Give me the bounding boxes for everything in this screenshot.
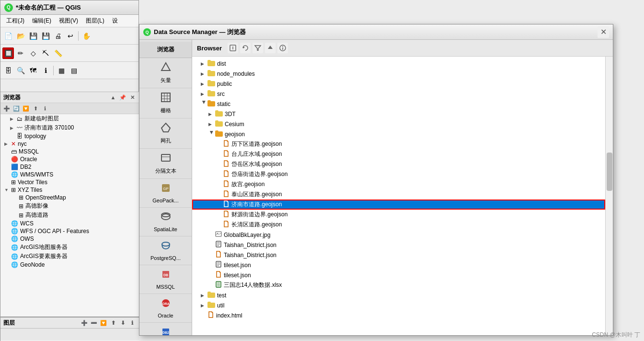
tree-item-geonode[interactable]: 🌐 GeoNode bbox=[0, 261, 139, 269]
file-item-taishan-district-1[interactable]: Taishan_District.json bbox=[192, 240, 605, 250]
file-item-static[interactable]: ▶ static bbox=[192, 99, 605, 109]
tree-item-xyz[interactable]: ▼ ⊞ XYZ Tiles bbox=[0, 186, 139, 194]
layers-up-icon[interactable]: ⬆ bbox=[109, 318, 117, 327]
browser-up-icon[interactable]: ⬆ bbox=[31, 104, 40, 113]
menu-layer[interactable]: 图层(L) bbox=[82, 16, 108, 26]
layers-add-icon[interactable]: ➕ bbox=[80, 318, 89, 327]
tree-item-jinan[interactable]: ▶ 〰 济南市道路 370100 bbox=[0, 123, 139, 132]
toolbar-dig[interactable]: ⛏ bbox=[40, 47, 51, 59]
sidebar-tab-spatialite[interactable]: SpatiaLite bbox=[139, 208, 192, 236]
toolbar-node[interactable]: ◇ bbox=[27, 47, 39, 59]
tree-item-new-layer[interactable]: ▶ 🗂 新建临时图层 bbox=[0, 114, 139, 123]
toolbar-zoom[interactable]: 🔍 bbox=[15, 65, 26, 76]
sidebar-tab-db2[interactable]: DB2 DB2 bbox=[139, 323, 192, 335]
sidebar-tab-geopackage[interactable]: GP GeoPack... bbox=[139, 179, 192, 208]
file-item-lixia[interactable]: 历下区道路.geojson bbox=[192, 139, 605, 149]
tree-item-gaode-img[interactable]: ⊞ 高德影像 bbox=[0, 201, 139, 211]
toolbar-measure[interactable]: 📏 bbox=[52, 47, 64, 59]
file-item-jinan-road[interactable]: 济南市道路.geojson bbox=[192, 200, 605, 210]
file-item-taierzhuang[interactable]: 台儿庄水域.geojson bbox=[192, 149, 605, 159]
content-up-btn[interactable] bbox=[265, 43, 276, 53]
browser-pin[interactable]: 📌 bbox=[118, 93, 127, 102]
tree-item-wcs[interactable]: 🌐 WCS bbox=[0, 220, 139, 227]
toolbar-save-as[interactable]: 💾 bbox=[40, 30, 51, 42]
file-item-globalbk[interactable]: GlobalBkLayer.jpg bbox=[192, 230, 605, 240]
tree-item-oracle[interactable]: 🔴 Oracle bbox=[0, 155, 139, 163]
layers-info-icon[interactable]: ℹ bbox=[128, 318, 137, 327]
tree-item-osm[interactable]: ⊞ OpenStreetMap bbox=[0, 194, 139, 201]
toolbar-undo[interactable]: ↩ bbox=[65, 30, 76, 42]
toolbar-extra1[interactable]: ▦ bbox=[56, 65, 67, 76]
toolbar-edit[interactable]: ✏ bbox=[15, 47, 26, 59]
browser-filter-icon[interactable]: 🔽 bbox=[22, 104, 30, 113]
file-item-public[interactable]: ▶ public bbox=[192, 79, 605, 89]
sidebar-tab-raster[interactable]: 栅格 bbox=[139, 88, 192, 118]
layers-down-icon[interactable]: ⬇ bbox=[118, 318, 127, 327]
content-add-btn[interactable] bbox=[228, 43, 238, 53]
file-item-changqing[interactable]: 长清区道路.geojson bbox=[192, 220, 605, 230]
sidebar-tab-oracle[interactable]: ORA Oracle bbox=[139, 294, 192, 323]
tree-item-arcgis-feature[interactable]: 🌐 ArcGIS要素服务器 bbox=[0, 252, 139, 261]
toolbar-pan[interactable]: ✋ bbox=[80, 30, 92, 42]
tree-item-topology[interactable]: 🗄 topology bbox=[0, 132, 139, 140]
file-item-daimiao[interactable]: 岱庙街道边界.geojson bbox=[192, 169, 605, 179]
browser-close[interactable]: ✕ bbox=[128, 93, 137, 102]
toolbar-select[interactable]: 🔲 bbox=[2, 47, 14, 59]
file-item-3dt[interactable]: ▶ 3DT bbox=[192, 109, 605, 119]
tree-item-vector-tiles[interactable]: ⊞ Vector Tiles bbox=[0, 178, 139, 186]
content-info-btn[interactable] bbox=[277, 43, 288, 53]
tree-item-arcgis-map[interactable]: 🌐 ArcGIS地图服务器 bbox=[0, 243, 139, 252]
file-item-test[interactable]: ▶ test bbox=[192, 290, 605, 300]
browser-info-icon[interactable]: ℹ bbox=[41, 104, 49, 113]
content-filter-btn[interactable] bbox=[253, 43, 263, 53]
content-refresh-btn[interactable] bbox=[240, 43, 251, 53]
toolbar-new[interactable]: 📄 bbox=[2, 30, 14, 42]
toolbar-extra2[interactable]: ▤ bbox=[68, 65, 80, 76]
file-item-gugong[interactable]: 故宫.geojson bbox=[192, 179, 605, 189]
sidebar-tab-mesh[interactable]: 网孔 bbox=[139, 118, 192, 149]
file-item-cesium[interactable]: ▶ Cesium bbox=[192, 119, 605, 129]
file-item-daiyue[interactable]: 岱岳区水域.geojson bbox=[192, 159, 605, 169]
file-item-tileset-2[interactable]: tileset.json bbox=[192, 270, 605, 280]
browser-refresh-icon[interactable]: 🔄 bbox=[12, 104, 21, 113]
menu-more[interactable]: 设 bbox=[108, 16, 122, 26]
file-item-index-html[interactable]: index.html bbox=[192, 310, 605, 320]
file-item-taishan-district-2[interactable]: Taishan_District.json bbox=[192, 250, 605, 260]
dialog-close-button[interactable]: ✕ bbox=[598, 26, 609, 38]
toolbar-save[interactable]: 💾 bbox=[27, 30, 39, 42]
file-item-src[interactable]: ▶ src bbox=[192, 89, 605, 99]
browser-add-icon[interactable]: ➕ bbox=[2, 104, 11, 113]
scrollbar-thumb[interactable] bbox=[607, 153, 612, 191]
sidebar-tab-delimited[interactable]: 分隔文本 bbox=[139, 149, 192, 179]
menu-project[interactable]: 工程(J) bbox=[2, 16, 28, 26]
file-browser-scrollbar[interactable] bbox=[605, 57, 613, 335]
browser-collapse[interactable]: ▲ bbox=[109, 93, 117, 102]
tree-item-db2[interactable]: 🟦 DB2 bbox=[0, 163, 139, 171]
toolbar-open[interactable]: 📂 bbox=[15, 30, 26, 42]
tree-item-ows[interactable]: 🌐 OWS bbox=[0, 235, 139, 243]
file-item-node-modules[interactable]: ▶ node_modules bbox=[192, 69, 605, 79]
toolbar-datasource[interactable]: 🗄 bbox=[2, 65, 14, 76]
layers-filter-icon[interactable]: 🔽 bbox=[99, 318, 108, 327]
toolbar-print[interactable]: 🖨 bbox=[52, 30, 64, 42]
file-item-caiyuan[interactable]: 财源街道边界.geojson bbox=[192, 210, 605, 220]
toolbar-map[interactable]: 🗺 bbox=[27, 65, 39, 76]
sidebar-tab-postgresql[interactable]: PostgreSQ... bbox=[139, 236, 192, 265]
file-item-util[interactable]: ▶ util bbox=[192, 300, 605, 310]
tree-item-nyc[interactable]: ▶ ✕ nyc bbox=[0, 140, 139, 148]
tree-item-mssql[interactable]: 🗃 MSSQL bbox=[0, 148, 139, 155]
sidebar-browser-label[interactable]: 浏览器 bbox=[139, 42, 192, 58]
tree-item-wfs[interactable]: 🌐 WFS / OGC API - Features bbox=[0, 227, 139, 235]
layers-remove-icon[interactable]: ➖ bbox=[90, 318, 98, 327]
toolbar-identify[interactable]: ℹ bbox=[40, 65, 51, 76]
sidebar-tab-vector[interactable]: 矢量 bbox=[139, 58, 192, 88]
file-item-dist[interactable]: ▶ dist bbox=[192, 59, 605, 69]
tree-item-wms[interactable]: 🌐 WMS/WMTS bbox=[0, 171, 139, 178]
menu-edit[interactable]: 编辑(E) bbox=[28, 16, 55, 26]
file-item-tileset-1[interactable]: tileset.json bbox=[192, 260, 605, 270]
file-item-sanguo[interactable]: 三国志14人物数据.xlsx bbox=[192, 280, 605, 290]
file-item-taishan-road[interactable]: 泰山区道路.geojson bbox=[192, 189, 605, 200]
menu-view[interactable]: 视图(V) bbox=[55, 16, 82, 26]
file-item-geojson-folder[interactable]: ▶ geojson bbox=[192, 129, 605, 139]
sidebar-tab-mssql[interactable]: DB MSSQL bbox=[139, 265, 192, 294]
